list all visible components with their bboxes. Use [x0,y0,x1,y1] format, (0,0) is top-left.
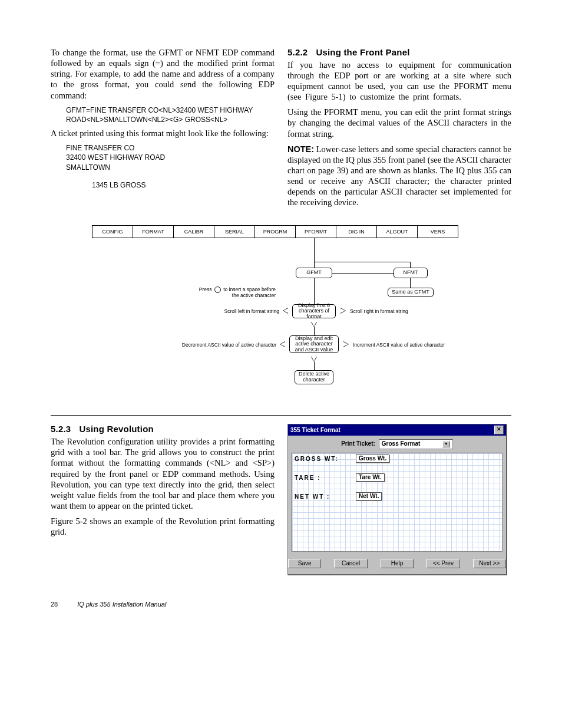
revolution-grid[interactable]: GROSS WT: TARE : NET WT : Gross Wt. Tare… [292,453,503,552]
left-p2: A ticket printed using this format might… [51,128,275,139]
scroll-right-label: Scroll right in format string [350,309,438,315]
print-ticket-select[interactable]: Gross Format ▼ [379,439,453,449]
grid-label-tare: TARE : [295,475,321,482]
menu-algout: ALGOUT [377,225,418,238]
page-footer: 28 IQ plus 355 Installation Manual [51,601,511,608]
decrement-label: Decrement ASCII value of active characte… [157,342,276,348]
section-separator [51,415,511,416]
grid-label-gross: GROSS WT: [295,456,339,463]
menu-serial: SERIAL [214,225,255,238]
nfmt-box: NFMT [394,268,428,278]
right-note: NOTE: Lower-case letters and some specia… [287,144,511,208]
menu-vers: VERS [418,225,458,238]
same-as-gfmt-box: Same as GFMT [388,288,434,297]
gfmt-box: GFMT [296,268,332,278]
grid-field-tare[interactable]: Tare Wt. [356,473,385,482]
note-lead: NOTE: [287,144,314,154]
revolution-titlebar: 355 Ticket Format ✕ [288,424,506,436]
display6-box: Display first 6 characters of format [292,304,336,318]
section-523-p2: Figure 5-2 shows an example of the Revol… [51,516,275,537]
manual-title: IQ plus 355 Installation Manual [77,601,166,608]
grid-field-gross[interactable]: Gross Wt. [356,454,389,463]
section-523-text: 5.2.3Using Revolution The Revolution con… [51,424,275,575]
down-arrow-icon [311,322,317,327]
menu-config: CONFIG [92,225,133,238]
titlebar-text: 355 Ticket Format [290,427,340,434]
grid-label-net: NET WT : [295,493,330,501]
edp-command: GFMT=FINE TRANSFER CO<NL>32400 WEST HIGH… [66,106,275,124]
left-arrow-icon [280,341,285,347]
right-column: 5.2.2Using the Front Panel If you have n… [287,47,511,212]
press-insert-label: Press to insert a space before the activ… [193,286,276,299]
section-522-heading: 5.2.2Using the Front Panel [287,47,511,58]
ticket-line: FINE TRANSFER CO [66,143,275,153]
down-arrow-icon [311,357,317,362]
display-edit-box: Display and edit active character and AS… [289,335,339,353]
menu-pformt: PFORMT [296,225,336,238]
section-523-heading: 5.2.3Using Revolution [51,424,275,435]
prev-button[interactable]: << Prev [427,559,459,569]
heading-number: 5.2.2 [287,47,308,57]
cancel-button[interactable]: Cancel [334,559,367,569]
pformt-menu-diagram: CONFIG FORMAT CALIBR SERIAL PROGRM PFORM… [51,225,511,408]
enter-key-icon [214,286,221,293]
revolution-window: 355 Ticket Format ✕ Print Ticket: Gross … [287,424,507,575]
heading-text: Using the Front Panel [316,47,409,57]
top-columns: To change the format, use the GFMT or NF… [51,47,511,212]
menu-digin: DIG IN [336,225,377,238]
section-523-row: 5.2.3Using Revolution The Revolution con… [51,424,511,575]
right-p1: If you have no access to equipment for c… [287,60,511,103]
ticket-line: 32400 WEST HIGHWAY ROAD [66,153,275,162]
right-p3: Lower-case letters and some special char… [287,144,511,207]
section-523-p1: The Revolution configuration utility pro… [51,436,275,511]
menu-calibr: CALIBR [174,225,214,238]
grid-field-net[interactable]: Net Wt. [356,492,382,501]
close-icon[interactable]: ✕ [494,426,504,434]
chevron-down-icon: ▼ [442,441,450,447]
scroll-left-label: Scroll left in format string [200,309,279,315]
menu-format: FORMAT [133,225,174,238]
ticket-line: SMALLTOWN [66,163,275,172]
right-arrow-icon [340,308,346,314]
heading-number: 5.2.3 [51,424,71,434]
menu-progrm: PROGRM [255,225,296,238]
save-button[interactable]: Save [288,559,321,569]
ticket-example: FINE TRANSFER CO 32400 WEST HIGHWAY ROAD… [66,143,275,190]
help-button[interactable]: Help [381,559,414,569]
right-arrow-icon [343,341,349,347]
left-arrow-icon [283,308,288,314]
left-p1: To change the format, use the GFMT or NF… [51,47,275,101]
menu-row: CONFIG FORMAT CALIBR SERIAL PROGRM PFORM… [92,225,458,238]
page-number: 28 [51,601,58,608]
increment-label: Increment ASCII value of active characte… [353,342,477,348]
right-p2: Using the PFORMT menu, you can edit the … [287,107,511,139]
heading-text: Using Revolution [79,424,154,434]
revolution-toolbar: Print Ticket: Gross Format ▼ [288,436,506,452]
next-button[interactable]: Next >> [473,559,506,569]
delete-box: Delete active character [295,370,333,384]
ticket-line: 1345 LB GROSS [92,180,275,190]
revolution-buttons: Save Cancel Help << Prev Next >> [288,555,506,575]
print-ticket-label: Print Ticket: [341,440,375,448]
left-column: To change the format, use the GFMT or NF… [51,47,275,212]
revolution-screenshot: 355 Ticket Format ✕ Print Ticket: Gross … [287,424,511,575]
